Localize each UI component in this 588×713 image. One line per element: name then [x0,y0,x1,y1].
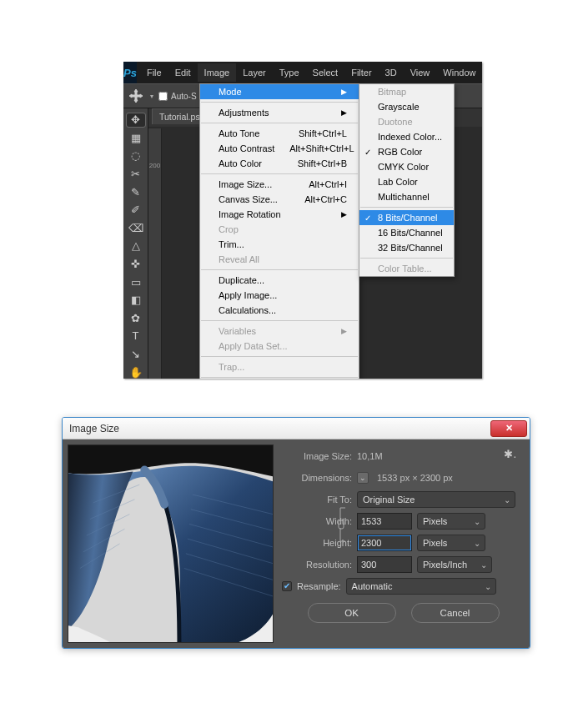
mode-lab-color[interactable]: Lab Color [359,174,454,189]
width-unit-select[interactable]: Pixels [417,513,485,530]
image-menu-canvas-size-[interactable]: Canvas Size...Alt+Ctrl+C [200,192,359,207]
auto-select-input[interactable] [158,92,168,101]
image-menu-mode[interactable]: Mode▶ [200,84,359,99]
height-input[interactable] [357,535,412,551]
menu-view[interactable]: View [404,63,437,82]
resample-label: Resample: [297,581,341,591]
dimensions-value: 1533 px × 2300 px [377,473,453,483]
ok-button[interactable]: OK [308,603,396,623]
menu-window[interactable]: Window [436,63,482,82]
mode-cmyk-color[interactable]: CMYK Color [359,159,454,174]
image-size-dialog: Image Size ✕ [62,417,530,649]
image-menu-image-size-[interactable]: Image Size...Alt+Ctrl+I [200,177,359,192]
move-tool[interactable]: ✥ [127,113,145,127]
brush-tool[interactable]: ✐ [127,203,145,217]
menu-image[interactable]: Image [198,63,237,82]
mode-multichannel[interactable]: Multichannel [359,189,454,204]
width-input[interactable] [357,513,412,530]
mode-16-bits-channel[interactable]: 16 Bits/Channel [359,225,454,240]
tools-panel: ✥▦◌✂✎✐⌫△✜▭◧✿T↘✋ [123,108,148,379]
mode-indexed-color-[interactable]: Indexed Color... [359,129,454,144]
image-menu-apply-data-set-: Apply Data Set... [200,339,359,354]
image-menu-variables: Variables▶ [200,324,359,339]
vertical-ruler: 200 [148,128,162,379]
image-menu-crop: Crop [200,222,359,237]
image-menu-duplicate-[interactable]: Duplicate... [200,273,359,288]
mode-submenu: BitmapGrayscaleDuotoneIndexed Color...✓R… [359,83,455,277]
image-menu-auto-color[interactable]: Auto ColorShift+Ctrl+B [200,156,359,171]
menu-filter[interactable]: Filter [344,63,378,82]
photoshop-window: Ps FileEditImageLayerTypeSelectFilter3DV… [123,62,482,379]
image-menu-reveal-all: Reveal All [200,252,359,267]
resample-select[interactable]: Automatic [346,578,496,595]
menu-file[interactable]: File [140,63,168,82]
menu-type[interactable]: Type [273,63,306,82]
image-size-value: 10,1M [357,451,383,461]
link-width-height-icon[interactable] [337,506,349,543]
dialog-title: Image Size [69,423,119,434]
crop-tool[interactable]: ✂ [127,168,145,181]
menu-edit[interactable]: Edit [168,63,198,82]
image-menu: Mode▶Adjustments▶Auto ToneShift+Ctrl+LAu… [199,83,359,379]
mode-color-table-: Color Table... [359,261,454,276]
resolution-label: Resolution: [282,560,352,570]
svg-rect-1 [339,520,344,529]
blur-tool[interactable]: ✿ [127,312,145,325]
eraser-tool[interactable]: ⌫ [127,222,145,235]
image-menu-adjustments[interactable]: Adjustments▶ [200,105,359,120]
path-tool[interactable]: ↘ [127,348,145,361]
resolution-input[interactable] [357,556,412,573]
auto-select-checkbox[interactable]: Auto-S [158,92,197,101]
fit-to-select[interactable]: Original Size [357,491,515,508]
height-unit-select[interactable]: Pixels [417,535,485,551]
image-menu-calculations-[interactable]: Calculations... [200,303,359,318]
clone-tool[interactable]: ✜ [127,258,145,271]
cancel-button[interactable]: Cancel [411,603,500,623]
tool-preset-arrow-icon[interactable]: ▾ [150,93,153,100]
image-menu-trap-: Trap... [200,359,359,374]
mode-duotone: Duotone [359,114,454,129]
image-menu-auto-contrast[interactable]: Auto ContrastAlt+Shift+Ctrl+L [200,141,359,156]
move-tool-icon[interactable] [128,88,143,103]
mode-8-bits-channel[interactable]: ✓8 Bits/Channel [359,210,454,225]
resample-checkbox[interactable]: ✔ [282,581,292,591]
shape-tool[interactable]: ▭ [127,275,145,289]
image-menu-apply-image-[interactable]: Apply Image... [200,288,359,303]
menu-3d[interactable]: 3D [379,63,404,82]
app-header: Ps FileEditImageLayerTypeSelectFilter3DV… [123,62,482,83]
marquee-tool[interactable]: ▦ [127,132,145,145]
mode-grayscale[interactable]: Grayscale [359,99,454,114]
resolution-unit-select[interactable]: Pixels/Inch [417,556,492,573]
image-menu-auto-tone[interactable]: Auto ToneShift+Ctrl+L [200,126,359,141]
eyedropper-tool[interactable]: ✎ [127,185,145,198]
dialog-fields: ✱. Image Size: 10,1M Dimensions: 1533 px… [282,444,525,643]
mode-bitmap: Bitmap [359,84,454,99]
hand-tool[interactable]: ✋ [127,365,145,379]
image-size-label: Image Size: [282,451,352,461]
image-menu-trim-[interactable]: Trim... [200,237,359,252]
dialog-titlebar: Image Size ✕ [63,418,530,439]
lasso-tool[interactable]: ◌ [127,149,145,163]
menu-select[interactable]: Select [306,63,345,82]
dialog-preview [68,444,274,643]
menubar: FileEditImageLayerTypeSelectFilter3DView… [140,63,482,82]
dimensions-label: Dimensions: [282,473,352,483]
close-button[interactable]: ✕ [490,420,527,437]
image-menu-image-rotation[interactable]: Image Rotation▶ [200,207,359,222]
patch-tool[interactable]: ◧ [127,294,145,307]
type-tool[interactable]: T [127,329,145,343]
gear-icon[interactable]: ✱. [504,448,516,460]
mode-32-bits-channel[interactable]: 32 Bits/Channel [359,240,454,255]
fit-to-label: Fit To: [282,495,352,505]
menu-layer[interactable]: Layer [236,63,273,82]
mode-rgb-color[interactable]: ✓RGB Color [359,144,454,159]
dimensions-unit-toggle[interactable] [357,472,369,484]
gradient-tool[interactable]: △ [127,239,145,253]
app-logo: Ps [123,62,137,83]
